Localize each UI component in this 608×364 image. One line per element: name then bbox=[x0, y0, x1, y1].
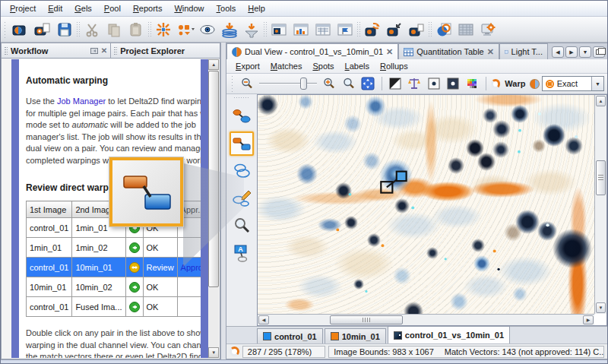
menu-project[interactable]: Project bbox=[4, 2, 42, 15]
tab-grip bbox=[5, 46, 8, 55]
tab-project-explorer[interactable]: Project Explorer bbox=[111, 43, 220, 59]
window-table-button[interactable] bbox=[312, 19, 334, 40]
scroll-up-arrow[interactable]: ▲ bbox=[208, 59, 219, 70]
job-manager-link[interactable]: Job Manager bbox=[57, 97, 106, 106]
scroll-thumb[interactable] bbox=[330, 315, 403, 324]
quantitation-table-button[interactable] bbox=[454, 19, 477, 40]
fit-to-window-button[interactable] bbox=[359, 75, 376, 92]
horizontal-scrollbar[interactable]: ◀ ▶ bbox=[258, 314, 594, 325]
zoom-slider[interactable] bbox=[258, 77, 318, 90]
dual-view-tab-icon bbox=[232, 47, 242, 57]
scroll-right-arrow[interactable]: ▶ bbox=[583, 315, 594, 324]
window-chart-button[interactable] bbox=[290, 19, 312, 40]
magnifier-icon bbox=[342, 77, 356, 90]
scroll-thumb[interactable] bbox=[596, 160, 606, 195]
tab-list-dropdown-button[interactable]: ▼ bbox=[579, 46, 591, 58]
restore-window-button[interactable] bbox=[593, 46, 605, 58]
balance-channels-button[interactable] bbox=[406, 75, 423, 92]
menu-pool[interactable]: Pool bbox=[98, 2, 127, 15]
tool-match-vector-spots[interactable] bbox=[230, 104, 254, 128]
gel-tab-control-01-vs-10min-01[interactable]: control_01_vs_10min_01 bbox=[388, 326, 510, 343]
tool-spot-outline[interactable] bbox=[230, 159, 254, 183]
gel-import-button[interactable] bbox=[383, 19, 405, 40]
warp-toggle[interactable]: Warp bbox=[502, 79, 527, 88]
menu-tools[interactable]: Tools bbox=[211, 2, 242, 15]
scroll-thumb[interactable] bbox=[208, 71, 219, 287]
tool-zoom[interactable] bbox=[230, 214, 254, 238]
menu-gels[interactable]: Gels bbox=[68, 2, 98, 15]
tool-match-vector-rect[interactable] bbox=[230, 131, 254, 156]
scroll-left-arrow[interactable]: ◀ bbox=[258, 315, 269, 324]
paste-button[interactable] bbox=[125, 19, 147, 40]
menu-rollups[interactable]: Rollups bbox=[375, 60, 413, 72]
dual-channel-view-button[interactable] bbox=[432, 19, 454, 40]
gel-canvas[interactable]: ▲ ▼ ◀ ▶ bbox=[257, 94, 607, 326]
table-row-selected[interactable]: control_0110min_01 ReviewApprove bbox=[27, 258, 209, 277]
text: mode set to bbox=[26, 120, 72, 129]
table-row[interactable]: 10min_0110min_02 OK bbox=[27, 277, 209, 297]
stack-import-icon bbox=[220, 21, 239, 38]
open-project-button[interactable] bbox=[31, 19, 53, 40]
detect-spots-button[interactable] bbox=[174, 19, 196, 40]
tab-workflow[interactable]: Workflow ✕ bbox=[1, 43, 111, 59]
window-image-button[interactable] bbox=[268, 19, 290, 40]
cut-button[interactable] bbox=[81, 19, 103, 40]
vertical-scrollbar[interactable]: ▲ ▼ bbox=[594, 95, 606, 314]
gel-export-button[interactable] bbox=[405, 19, 427, 40]
spot-boundaries-button[interactable] bbox=[425, 75, 442, 92]
export-funnel-button[interactable] bbox=[240, 19, 262, 40]
scroll-up-arrow[interactable]: ▲ bbox=[596, 96, 606, 106]
copy-button[interactable] bbox=[103, 19, 125, 40]
zoom-in-button[interactable] bbox=[321, 75, 337, 92]
table-row[interactable]: 1min_011min_02 OK bbox=[27, 238, 209, 258]
scroll-tabs-left-button[interactable]: ◀ bbox=[552, 46, 564, 58]
zoom-out-button[interactable] bbox=[239, 75, 255, 92]
tab-dual-view[interactable]: Dual View - control_01_vs_10min_01 ✕ bbox=[226, 43, 398, 59]
gel-sync-button[interactable] bbox=[361, 19, 383, 40]
gel-tab-10min-01[interactable]: 10min_01 bbox=[325, 328, 386, 343]
options-button[interactable] bbox=[477, 19, 499, 40]
warp-mode-dropdown[interactable]: Exact ▼ bbox=[542, 76, 604, 91]
menu-window[interactable]: Window bbox=[168, 2, 210, 15]
slider-thumb[interactable] bbox=[300, 78, 307, 90]
col-1st-image[interactable]: 1st Image bbox=[27, 201, 72, 218]
spot-boundaries-inverted-button[interactable] bbox=[445, 75, 461, 92]
scroll-down-arrow[interactable]: ▼ bbox=[208, 347, 219, 358]
gel-tab-control-01[interactable]: control_01 bbox=[257, 328, 323, 343]
close-icon[interactable]: ✕ bbox=[487, 49, 494, 55]
fit-view-icon bbox=[361, 77, 375, 90]
import-gel-stack-button[interactable] bbox=[218, 19, 240, 40]
tab-quantitation-table[interactable]: Quantitation Table ✕ bbox=[398, 43, 499, 59]
dropdown-arrow[interactable]: ▼ bbox=[591, 77, 603, 90]
menu-reports[interactable]: Reports bbox=[127, 2, 169, 15]
contrast-icon bbox=[389, 78, 401, 90]
menu-edit[interactable]: Edit bbox=[42, 2, 68, 15]
close-icon[interactable]: ✕ bbox=[386, 49, 393, 55]
menu-matches[interactable]: Matches bbox=[265, 60, 308, 72]
contrast-button[interactable] bbox=[387, 75, 404, 92]
paragraph-line: Use the Job Manager to let Delta2D find … bbox=[26, 96, 196, 108]
zoom-tool-button[interactable] bbox=[340, 75, 357, 92]
workflow-scrollbar[interactable]: ▲ ▼ bbox=[208, 59, 219, 358]
dual-channel-icon[interactable] bbox=[530, 79, 539, 89]
menu-spots[interactable]: Spots bbox=[307, 60, 339, 72]
table-row[interactable]: control_01Fused Ima... OK bbox=[27, 297, 209, 317]
approve-link[interactable]: Approve bbox=[181, 263, 209, 272]
window-flag-button[interactable] bbox=[334, 19, 356, 40]
new-project-button[interactable] bbox=[9, 19, 31, 40]
scroll-tabs-right-button[interactable]: ▶ bbox=[565, 46, 578, 58]
minimize-window-icon[interactable] bbox=[90, 48, 98, 54]
show-view-button[interactable] bbox=[196, 19, 218, 40]
tool-label[interactable]: A bbox=[230, 241, 254, 265]
tool-edit-spot[interactable] bbox=[230, 186, 254, 210]
scroll-down-arrow[interactable]: ▼ bbox=[596, 302, 606, 313]
menu-labels[interactable]: Labels bbox=[340, 60, 375, 72]
table-grid-icon bbox=[457, 21, 475, 38]
close-icon[interactable]: ✕ bbox=[101, 48, 107, 54]
tab-light-table[interactable]: Light T... bbox=[499, 43, 548, 59]
palette-button[interactable] bbox=[464, 75, 480, 92]
find-warpings-button[interactable] bbox=[152, 19, 174, 40]
save-project-button[interactable] bbox=[53, 19, 75, 40]
menu-help[interactable]: Help bbox=[242, 2, 271, 15]
menu-export[interactable]: Export bbox=[230, 60, 265, 72]
